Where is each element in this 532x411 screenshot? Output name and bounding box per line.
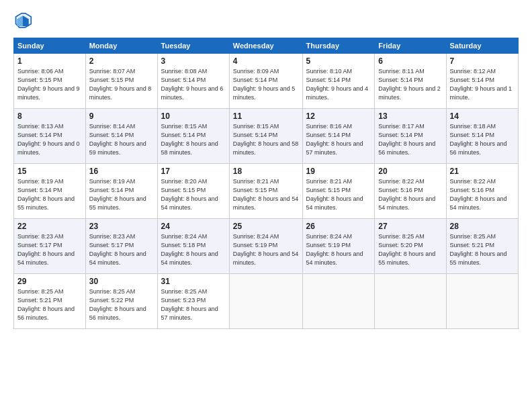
day-number: 16 [89,167,154,176]
calendar-cell: 24Sunrise: 8:24 AMSunset: 5:18 PMDayligh… [157,219,229,274]
calendar-cell: 5Sunrise: 8:10 AMSunset: 5:14 PMDaylight… [302,54,375,109]
day-number: 7 [450,56,515,66]
weekday-header-friday: Friday [375,38,446,54]
week-row-5: 29Sunrise: 8:25 AMSunset: 5:21 PMDayligh… [14,274,519,329]
weekday-header-thursday: Thursday [302,38,375,54]
calendar-cell: 2Sunrise: 8:07 AMSunset: 5:15 PMDaylight… [85,54,157,109]
page: SundayMondayTuesdayWednesdayThursdayFrid… [0,0,532,411]
day-detail: Sunrise: 8:23 AMSunset: 5:17 PMDaylight:… [89,232,154,267]
day-number: 20 [378,167,442,176]
weekday-header-monday: Monday [85,38,157,54]
day-number: 5 [306,56,371,66]
calendar-cell: 26Sunrise: 8:24 AMSunset: 5:19 PMDayligh… [302,219,375,274]
day-detail: Sunrise: 8:25 AMSunset: 5:23 PMDaylight:… [161,287,226,322]
day-number: 10 [161,111,226,121]
day-detail: Sunrise: 8:16 AMSunset: 5:14 PMDaylight:… [306,122,371,157]
calendar-cell: 12Sunrise: 8:16 AMSunset: 5:14 PMDayligh… [302,109,375,164]
week-row-1: 1Sunrise: 8:06 AMSunset: 5:15 PMDaylight… [14,54,519,109]
day-detail: Sunrise: 8:24 AMSunset: 5:18 PMDaylight:… [161,232,226,267]
day-number: 22 [17,222,82,231]
calendar-cell: 29Sunrise: 8:25 AMSunset: 5:21 PMDayligh… [14,274,86,329]
day-detail: Sunrise: 8:25 AMSunset: 5:20 PMDaylight:… [378,232,442,267]
calendar-cell: 11Sunrise: 8:15 AMSunset: 5:14 PMDayligh… [229,109,302,164]
logo [13,12,35,31]
day-number: 8 [17,111,82,121]
day-detail: Sunrise: 8:06 AMSunset: 5:15 PMDaylight:… [17,67,82,102]
calendar-cell: 18Sunrise: 8:21 AMSunset: 5:15 PMDayligh… [229,164,302,219]
day-detail: Sunrise: 8:08 AMSunset: 5:14 PMDaylight:… [161,67,226,102]
day-detail: Sunrise: 8:21 AMSunset: 5:15 PMDaylight:… [306,177,371,212]
weekday-header-saturday: Saturday [446,38,519,54]
calendar-cell: 28Sunrise: 8:25 AMSunset: 5:21 PMDayligh… [446,219,519,274]
calendar-cell: 20Sunrise: 8:22 AMSunset: 5:16 PMDayligh… [375,164,446,219]
day-number: 25 [233,222,299,231]
day-number: 4 [233,56,299,66]
calendar-cell: 3Sunrise: 8:08 AMSunset: 5:14 PMDaylight… [157,54,229,109]
calendar-cell: 10Sunrise: 8:15 AMSunset: 5:14 PMDayligh… [157,109,229,164]
day-number: 13 [378,111,442,121]
header [13,12,519,31]
weekday-header-row: SundayMondayTuesdayWednesdayThursdayFrid… [14,38,519,54]
day-detail: Sunrise: 8:15 AMSunset: 5:14 PMDaylight:… [161,122,226,157]
calendar-cell: 9Sunrise: 8:14 AMSunset: 5:14 PMDaylight… [85,109,157,164]
day-detail: Sunrise: 8:24 AMSunset: 5:19 PMDaylight:… [306,232,371,267]
weekday-header-sunday: Sunday [14,38,86,54]
calendar-cell: 25Sunrise: 8:24 AMSunset: 5:19 PMDayligh… [229,219,302,274]
calendar-cell: 7Sunrise: 8:12 AMSunset: 5:14 PMDaylight… [446,54,519,109]
day-detail: Sunrise: 8:25 AMSunset: 5:21 PMDaylight:… [17,287,82,322]
day-detail: Sunrise: 8:25 AMSunset: 5:21 PMDaylight:… [450,232,515,267]
day-number: 31 [161,277,226,286]
calendar-cell: 27Sunrise: 8:25 AMSunset: 5:20 PMDayligh… [375,219,446,274]
calendar-cell: 23Sunrise: 8:23 AMSunset: 5:17 PMDayligh… [85,219,157,274]
day-number: 9 [89,111,154,121]
day-number: 28 [450,222,515,231]
day-number: 26 [306,222,371,231]
calendar-cell [229,274,302,329]
calendar-cell: 22Sunrise: 8:23 AMSunset: 5:17 PMDayligh… [14,219,86,274]
day-number: 1 [17,56,82,66]
calendar-cell: 15Sunrise: 8:19 AMSunset: 5:14 PMDayligh… [14,164,86,219]
day-detail: Sunrise: 8:23 AMSunset: 5:17 PMDaylight:… [17,232,82,267]
day-detail: Sunrise: 8:15 AMSunset: 5:14 PMDaylight:… [233,122,299,157]
day-detail: Sunrise: 8:07 AMSunset: 5:15 PMDaylight:… [89,67,154,102]
week-row-3: 15Sunrise: 8:19 AMSunset: 5:14 PMDayligh… [14,164,519,219]
calendar-cell: 8Sunrise: 8:13 AMSunset: 5:14 PMDaylight… [14,109,86,164]
calendar-cell [375,274,446,329]
day-detail: Sunrise: 8:19 AMSunset: 5:14 PMDaylight:… [89,177,154,212]
logo-icon [13,12,32,31]
day-detail: Sunrise: 8:24 AMSunset: 5:19 PMDaylight:… [233,232,299,267]
calendar-cell: 14Sunrise: 8:18 AMSunset: 5:14 PMDayligh… [446,109,519,164]
day-number: 19 [306,167,371,176]
weekday-header-wednesday: Wednesday [229,38,302,54]
day-number: 18 [233,167,299,176]
calendar-cell [446,274,519,329]
day-number: 17 [161,167,226,176]
day-number: 21 [450,167,515,176]
calendar-cell: 30Sunrise: 8:25 AMSunset: 5:22 PMDayligh… [85,274,157,329]
calendar-table: SundayMondayTuesdayWednesdayThursdayFrid… [13,38,519,329]
day-number: 14 [450,111,515,121]
calendar-cell: 31Sunrise: 8:25 AMSunset: 5:23 PMDayligh… [157,274,229,329]
calendar-cell: 13Sunrise: 8:17 AMSunset: 5:14 PMDayligh… [375,109,446,164]
day-number: 12 [306,111,371,121]
weekday-header-tuesday: Tuesday [157,38,229,54]
day-number: 23 [89,222,154,231]
day-number: 24 [161,222,226,231]
day-detail: Sunrise: 8:21 AMSunset: 5:15 PMDaylight:… [233,177,299,212]
day-number: 29 [17,277,82,286]
calendar-cell: 1Sunrise: 8:06 AMSunset: 5:15 PMDaylight… [14,54,86,109]
calendar-cell: 16Sunrise: 8:19 AMSunset: 5:14 PMDayligh… [85,164,157,219]
day-detail: Sunrise: 8:22 AMSunset: 5:16 PMDaylight:… [378,177,442,212]
day-detail: Sunrise: 8:17 AMSunset: 5:14 PMDaylight:… [378,122,442,157]
day-number: 3 [161,56,226,66]
day-detail: Sunrise: 8:13 AMSunset: 5:14 PMDaylight:… [17,122,82,157]
day-detail: Sunrise: 8:09 AMSunset: 5:14 PMDaylight:… [233,67,299,102]
calendar-cell: 4Sunrise: 8:09 AMSunset: 5:14 PMDaylight… [229,54,302,109]
day-number: 11 [233,111,299,121]
week-row-4: 22Sunrise: 8:23 AMSunset: 5:17 PMDayligh… [14,219,519,274]
day-detail: Sunrise: 8:19 AMSunset: 5:14 PMDaylight:… [17,177,82,212]
calendar-cell: 21Sunrise: 8:22 AMSunset: 5:16 PMDayligh… [446,164,519,219]
day-detail: Sunrise: 8:25 AMSunset: 5:22 PMDaylight:… [89,287,154,322]
day-number: 15 [17,167,82,176]
calendar-cell [302,274,375,329]
